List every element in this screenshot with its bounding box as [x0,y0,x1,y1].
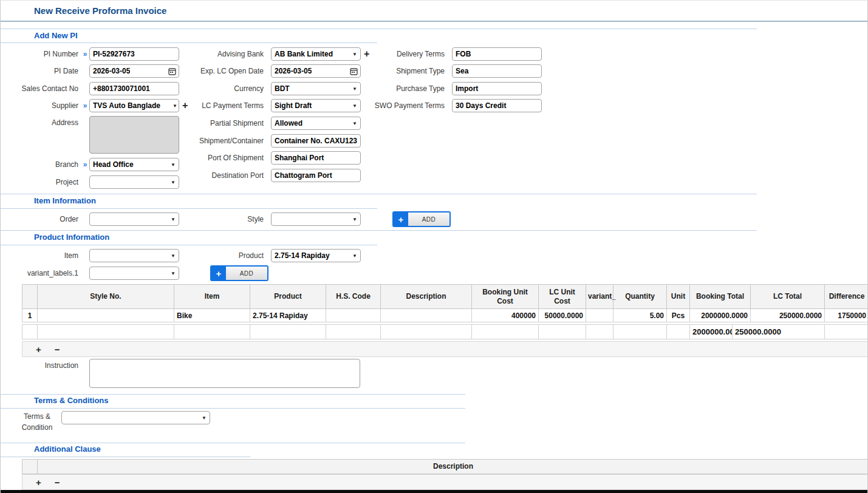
col-style-no: Style No. [38,285,174,309]
product-label: Product [198,251,266,260]
product-value: 2.75-14 Rapiday [275,251,330,260]
style-select[interactable]: ▼ [271,212,361,226]
chevron-down-icon: ▼ [171,163,176,168]
style-no-cell[interactable] [38,309,174,322]
calendar-icon[interactable] [168,67,176,77]
quantity-cell[interactable]: 5.00 [613,309,667,322]
advising-bank-select[interactable]: AB Bank Limited ▼ [271,47,361,61]
add-product-button[interactable]: + ADD [210,265,268,281]
delivery-terms-input[interactable] [452,47,542,61]
chevron-down-icon: ▼ [171,217,176,222]
pi-date-input[interactable]: 2026-03-05 [89,64,179,78]
order-select[interactable]: ▼ [89,212,179,226]
lc-total-cell[interactable]: 250000.0000 [751,309,825,322]
difference-cell[interactable]: 1750000 [825,309,868,322]
variant-labels-select[interactable]: ▼ [89,267,179,280]
section-divider [1,29,757,29]
shipment-type-input[interactable] [452,64,542,78]
style-label: Style [198,215,266,223]
col-unit: Unit [667,285,690,309]
remove-row-button[interactable]: − [55,345,60,354]
section-divider [1,230,757,231]
terms-condition-select[interactable]: ▼ [61,411,210,424]
product-table-footer: + − [22,341,868,357]
item-cell[interactable]: Bike [174,309,250,322]
chevron-down-icon: ▼ [352,52,357,57]
col-row-number [22,285,38,309]
title-divider [1,21,868,22]
destination-port-label: Destination Port [198,171,266,180]
remove-clause-button[interactable]: − [55,478,60,487]
row-number-cell[interactable]: 1 [22,309,38,322]
description-cell[interactable] [381,309,472,322]
partial-shipment-select[interactable]: Allowed ▼ [271,117,361,130]
pi-date-label: PI Date [2,67,81,75]
instruction-textarea[interactable] [89,359,360,388]
col-booking-unit-cost: Booking Unit Cost [472,285,539,309]
purchase-type-input[interactable] [452,82,542,95]
required-icon: » [81,160,89,169]
item-label: Item [2,251,81,260]
variant-labels-label: variant_labels.1 [2,269,81,277]
shipment-type-label: Shipment Type [368,67,447,75]
booking-unit-cost-cell[interactable]: 400000 [472,309,539,322]
col-lc-unit-cost: LC Unit Cost [539,285,586,309]
branch-select[interactable]: Head Office ▼ [89,158,179,171]
col-lc-total: LC Total [751,285,825,309]
add-supplier-button[interactable]: + [182,99,188,112]
sales-contact-no-label: Sales Contact No [2,84,81,93]
instruction-label: Instruction [2,359,81,370]
additional-clause-footer: + − [22,474,868,490]
pi-number-label: PI Number [2,50,81,58]
booking-total-sum: 2000000.0000 [690,325,733,339]
lc-payment-terms-select[interactable]: Sight Draft ▼ [271,99,361,112]
delivery-terms-label: Delivery Terms [368,50,447,58]
table-row: 1 Bike 2.75-14 Rapiday 400000 50000.0000… [22,309,868,322]
shipment-container-input[interactable] [271,134,361,148]
calendar-icon[interactable] [350,67,358,77]
section-item-information: Item Information [34,196,96,205]
supplier-combobox[interactable]: TVS Auto Banglade ▼ [89,99,179,112]
exp-lc-open-date-input[interactable]: 2026-03-05 [271,64,361,78]
swo-payment-terms-input[interactable] [452,99,542,112]
supplier-label: Supplier [2,101,81,110]
lc-payment-terms-value: Sight Draft [275,101,312,110]
destination-port-input[interactable] [271,169,361,182]
section-add-new-pi: Add New PI [34,31,78,40]
pi-number-input[interactable] [89,47,179,61]
additional-clause-header-row: Description [22,460,868,474]
section-divider [1,208,377,209]
col-description: Description [381,285,472,309]
section-divider [1,194,757,194]
hs-code-cell[interactable] [326,309,381,322]
lc-unit-cost-cell[interactable]: 50000.0000 [539,309,586,322]
order-label: Order [2,215,81,223]
partial-shipment-value: Allowed [275,119,302,127]
address-textarea[interactable] [89,116,179,154]
project-select[interactable]: ▼ [89,175,179,189]
chevron-down-icon: ▼ [171,271,176,276]
booking-total-cell[interactable]: 2000000.0000 [690,309,751,322]
unit-cell[interactable]: Pcs [667,309,690,322]
product-table-totals: 2000000.0000 250000.0000 [22,324,868,339]
chevron-down-icon: ▼ [352,254,357,259]
add-row-button[interactable]: + [36,345,41,354]
section-additional-clause: Additional Clause [34,444,101,454]
product-cell[interactable]: 2.75-14 Rapiday [250,309,326,322]
add-clause-button[interactable]: + [36,478,41,487]
item-select[interactable]: ▼ [89,249,179,262]
section-divider [1,42,377,43]
chevron-down-icon: ▼ [352,121,357,126]
add-item-button-label: ADD [408,212,449,226]
add-product-button-label: ADD [226,267,267,280]
port-of-shipment-input[interactable] [271,151,361,165]
required-icon: » [81,50,89,58]
product-table-header-row: Style No. Item Product H.S. Code Descrip… [22,285,868,309]
variant-cell[interactable] [586,309,613,322]
chevron-down-icon: ▼ [352,104,357,109]
currency-select[interactable]: BDT ▼ [271,82,361,95]
address-label: Address [2,116,81,127]
product-select[interactable]: 2.75-14 Rapiday ▼ [271,249,361,262]
add-item-button[interactable]: + ADD [392,211,451,227]
sales-contact-no-input[interactable] [89,82,179,95]
